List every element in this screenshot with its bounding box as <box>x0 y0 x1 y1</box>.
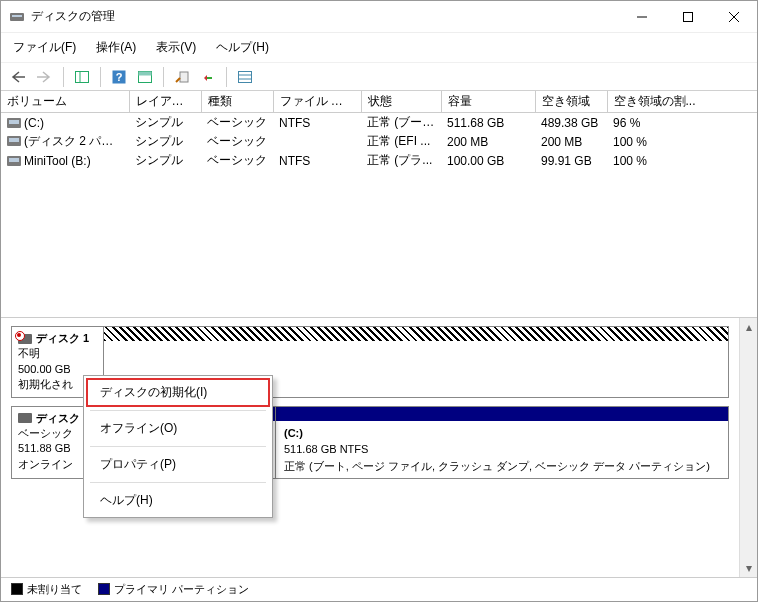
refresh-button[interactable] <box>196 66 220 88</box>
col-free[interactable]: 空き領域 <box>535 91 607 113</box>
toolbar: ? <box>1 63 757 91</box>
menu-action[interactable]: 操作(A) <box>92 37 140 58</box>
drive-icon <box>7 118 21 128</box>
menu-bar: ファイル(F) 操作(A) 表示(V) ヘルプ(H) <box>1 33 757 63</box>
volume-table: ボリューム レイアウト 種類 ファイル システム 状態 容量 空き領域 空き領域… <box>1 91 757 170</box>
maximize-button[interactable] <box>665 2 711 32</box>
drive-icon <box>7 136 21 146</box>
partition-status: 正常 (ブート, ページ ファイル, クラッシュ ダンプ, ベーシック データ … <box>284 458 720 475</box>
cell-layout: シンプル <box>129 113 201 133</box>
ctx-initialize-disk[interactable]: ディスクの初期化(I) <box>86 378 270 407</box>
cell-free: 99.91 GB <box>535 151 607 170</box>
partition-body: (C:) 511.68 GB NTFS 正常 (ブート, ページ ファイル, ク… <box>276 421 728 479</box>
legend-swatch-primary <box>98 583 110 595</box>
partition-bar-primary <box>276 407 728 421</box>
cell-type: ベーシック <box>201 132 273 151</box>
cell-fs: NTFS <box>273 113 361 133</box>
help-button[interactable]: ? <box>107 66 131 88</box>
cell-free: 489.38 GB <box>535 113 607 133</box>
col-type[interactable]: 種類 <box>201 91 273 113</box>
svg-rect-1 <box>12 15 22 17</box>
menu-view[interactable]: 表示(V) <box>152 37 200 58</box>
list-view-button[interactable] <box>233 66 257 88</box>
menu-help[interactable]: ヘルプ(H) <box>212 37 273 58</box>
ctx-properties[interactable]: プロパティ(P) <box>86 450 270 479</box>
title-bar: ディスクの管理 <box>1 1 757 33</box>
partition-bar-unallocated <box>104 327 728 341</box>
partition-size: 511.68 GB NTFS <box>284 441 720 458</box>
context-menu-separator <box>90 482 266 483</box>
disk-name: ディスク 1 <box>18 331 97 346</box>
cell-status: 正常 (ブート... <box>361 113 441 133</box>
toolbar-separator <box>100 67 101 87</box>
window-title: ディスクの管理 <box>31 8 619 25</box>
show-hide-console-tree-button[interactable] <box>70 66 94 88</box>
view-top-button[interactable] <box>133 66 157 88</box>
svg-rect-12 <box>180 72 188 82</box>
col-layout[interactable]: レイアウト <box>129 91 201 113</box>
col-volume[interactable]: ボリューム <box>1 91 129 113</box>
cell-pct: 100 % <box>607 151 757 170</box>
legend-bar: 未割り当て プライマリ パーティション <box>1 577 757 601</box>
svg-text:?: ? <box>116 71 123 83</box>
svg-rect-3 <box>684 12 693 21</box>
app-icon <box>9 9 25 25</box>
svg-rect-11 <box>139 71 152 75</box>
minimize-button[interactable] <box>619 2 665 32</box>
toolbar-separator <box>63 67 64 87</box>
cell-capacity: 511.68 GB <box>441 113 535 133</box>
menu-file[interactable]: ファイル(F) <box>9 37 80 58</box>
partition-c[interactable]: (C:) 511.68 GB NTFS 正常 (ブート, ページ ファイル, ク… <box>276 407 728 479</box>
cell-status: 正常 (EFI ... <box>361 132 441 151</box>
ctx-offline[interactable]: オフライン(O) <box>86 414 270 443</box>
cell-layout: シンプル <box>129 132 201 151</box>
disk-status: 不明 <box>18 346 97 361</box>
legend-unallocated: 未割り当て <box>11 582 82 597</box>
context-menu-separator <box>90 446 266 447</box>
drive-icon <box>7 156 21 166</box>
forward-button[interactable] <box>33 66 57 88</box>
window-controls <box>619 2 757 32</box>
cell-fs: NTFS <box>273 151 361 170</box>
cell-fs <box>273 132 361 151</box>
col-pct[interactable]: 空き領域の割... <box>607 91 757 113</box>
table-row[interactable]: (C:) シンプル ベーシック NTFS 正常 (ブート... 511.68 G… <box>1 113 757 133</box>
volume-table-header-row: ボリューム レイアウト 種類 ファイル システム 状態 容量 空き領域 空き領域… <box>1 91 757 113</box>
cell-type: ベーシック <box>201 113 273 133</box>
properties-button[interactable] <box>170 66 194 88</box>
cell-capacity: 200 MB <box>441 132 535 151</box>
scrollbar[interactable]: ▴ ▾ <box>739 318 757 577</box>
col-fs[interactable]: ファイル システム <box>273 91 361 113</box>
cell-pct: 100 % <box>607 132 757 151</box>
table-row[interactable]: (ディスク 2 パーティシ... シンプル ベーシック 正常 (EFI ... … <box>1 132 757 151</box>
disk-management-window: ディスクの管理 ファイル(F) 操作(A) 表示(V) ヘルプ(H) <box>0 0 758 602</box>
ctx-help[interactable]: ヘルプ(H) <box>86 486 270 515</box>
disk-icon <box>18 413 32 423</box>
legend-primary: プライマリ パーティション <box>98 582 249 597</box>
cell-type: ベーシック <box>201 151 273 170</box>
cell-layout: シンプル <box>129 151 201 170</box>
legend-swatch-unallocated <box>11 583 23 595</box>
back-button[interactable] <box>7 66 31 88</box>
cell-volume: (C:) <box>1 113 129 133</box>
scroll-down-icon[interactable]: ▾ <box>740 559 757 577</box>
scroll-up-icon[interactable]: ▴ <box>740 318 757 336</box>
disk-error-icon <box>18 334 32 344</box>
cell-volume: (ディスク 2 パーティシ... <box>1 132 129 151</box>
toolbar-separator <box>163 67 164 87</box>
svg-rect-13 <box>239 71 252 82</box>
svg-rect-6 <box>76 71 89 82</box>
toolbar-separator <box>226 67 227 87</box>
cell-free: 200 MB <box>535 132 607 151</box>
col-capacity[interactable]: 容量 <box>441 91 535 113</box>
table-row[interactable]: MiniTool (B:) シンプル ベーシック NTFS 正常 (プラ... … <box>1 151 757 170</box>
cell-status: 正常 (プラ... <box>361 151 441 170</box>
cell-capacity: 100.00 GB <box>441 151 535 170</box>
cell-pct: 96 % <box>607 113 757 133</box>
volume-list-pane[interactable]: ボリューム レイアウト 種類 ファイル システム 状態 容量 空き領域 空き領域… <box>1 91 757 318</box>
context-menu-separator <box>90 410 266 411</box>
close-button[interactable] <box>711 2 757 32</box>
partition-title: (C:) <box>284 425 720 442</box>
context-menu: ディスクの初期化(I) オフライン(O) プロパティ(P) ヘルプ(H) <box>83 375 273 518</box>
col-status[interactable]: 状態 <box>361 91 441 113</box>
